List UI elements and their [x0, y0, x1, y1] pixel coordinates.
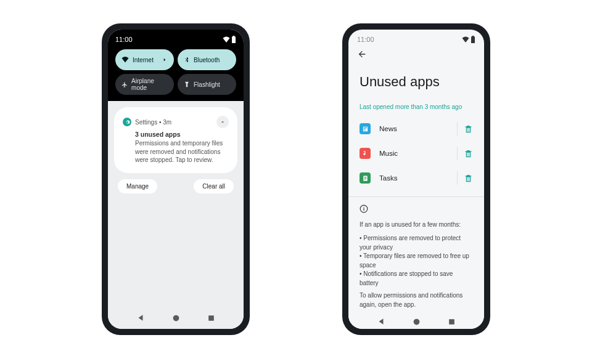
battery-icon — [471, 36, 475, 43]
bluetooth-icon — [184, 56, 190, 63]
wifi-icon — [462, 36, 469, 42]
qs-tile-label: Bluetooth — [194, 57, 220, 63]
app-name: News — [379, 125, 451, 132]
divider — [348, 196, 484, 197]
info-bullet: Notifications are stopped to save batter… — [360, 270, 473, 288]
notification-shade-header: 11:00 Internet Bluetooth Ai — [108, 30, 244, 101]
status-icons — [462, 36, 475, 43]
qs-flashlight-tile[interactable]: Flashlight — [178, 74, 236, 95]
airplane-icon — [121, 81, 128, 88]
app-row-tasks[interactable]: Tasks — [348, 166, 484, 190]
status-bar: 11:00 — [348, 30, 484, 46]
notification-title: 3 unused apps — [135, 131, 229, 138]
info-bullet: Temporary files are removed to free up s… — [360, 252, 473, 270]
news-app-icon — [360, 123, 371, 134]
music-app-icon — [360, 148, 371, 159]
delete-icon[interactable] — [464, 124, 473, 134]
qs-tile-label: Flashlight — [194, 81, 220, 88]
separator — [457, 122, 458, 135]
app-row-news[interactable]: News — [348, 116, 484, 141]
tasks-app-icon — [360, 172, 371, 184]
battery-icon — [231, 36, 236, 43]
settings-icon — [123, 118, 131, 126]
notification-source: Settings • 3m — [135, 119, 171, 126]
qs-tile-label: Internet — [133, 57, 154, 63]
screen: 11:00 Internet Bluetooth Ai — [108, 30, 244, 329]
wifi-icon — [223, 36, 230, 42]
toolbar — [348, 46, 484, 63]
wifi-icon — [121, 56, 129, 63]
clear-all-button[interactable]: Clear all — [194, 179, 234, 193]
notification-card[interactable]: Settings • 3m 3 unused apps Permissions … — [114, 107, 237, 173]
back-icon[interactable] — [377, 317, 385, 326]
svg-rect-4 — [363, 208, 364, 210]
screen: 11:00 Unused apps Last opened more than … — [348, 30, 484, 329]
svg-point-5 — [414, 318, 420, 325]
info-heading: If an app is unused for a few months: — [360, 220, 473, 230]
notification-area: Settings • 3m 3 unused apps Permissions … — [108, 101, 244, 200]
home-icon[interactable] — [413, 318, 421, 326]
info-text: If an app is unused for a few months: Pe… — [348, 218, 484, 315]
back-arrow-icon[interactable] — [357, 49, 367, 59]
navigation-bar — [108, 307, 244, 329]
svg-point-3 — [363, 206, 364, 207]
chevron-right-icon — [162, 57, 168, 63]
chevron-up-icon — [220, 119, 226, 125]
quick-settings-grid: Internet Bluetooth Airplane mode Flashli… — [115, 49, 236, 95]
separator — [457, 171, 458, 185]
separator — [457, 147, 458, 160]
info-bullet: Permissions are removed to protect your … — [360, 234, 473, 252]
collapse-button[interactable] — [216, 116, 229, 128]
delete-icon[interactable] — [464, 174, 473, 183]
status-bar: 11:00 — [115, 36, 236, 43]
empty-area — [108, 200, 244, 307]
back-icon[interactable] — [136, 313, 145, 322]
info-icon — [348, 204, 484, 218]
delete-icon[interactable] — [464, 149, 473, 158]
notification-body: Permissions and temporary files were rem… — [135, 139, 229, 164]
status-icons — [223, 36, 236, 43]
qs-bluetooth-tile[interactable]: Bluetooth — [178, 49, 236, 70]
svg-point-0 — [173, 315, 179, 321]
svg-rect-6 — [449, 319, 454, 325]
qs-internet-tile[interactable]: Internet — [115, 49, 174, 70]
clock: 11:00 — [357, 36, 374, 43]
qs-airplane-tile[interactable]: Airplane mode — [115, 74, 174, 95]
recents-icon[interactable] — [207, 314, 215, 322]
flashlight-icon — [184, 81, 190, 88]
svg-rect-1 — [208, 315, 214, 321]
phone-mockup-unused-apps: 11:00 Unused apps Last opened more than … — [342, 23, 490, 335]
app-name: Music — [379, 150, 451, 157]
app-row-music[interactable]: Music — [348, 141, 484, 166]
clock: 11:00 — [115, 36, 133, 43]
navigation-bar — [348, 314, 484, 329]
recents-icon[interactable] — [448, 318, 456, 326]
section-label: Last opened more than 3 months ago — [348, 103, 484, 116]
info-footer: To allow permissions and notifications a… — [360, 291, 473, 309]
home-icon[interactable] — [172, 314, 180, 322]
qs-tile-label: Airplane mode — [131, 78, 168, 91]
manage-button[interactable]: Manage — [118, 179, 157, 193]
phone-mockup-notification-shade: 11:00 Internet Bluetooth Ai — [102, 23, 250, 335]
app-name: Tasks — [379, 174, 451, 182]
page-title: Unused apps — [348, 63, 484, 103]
